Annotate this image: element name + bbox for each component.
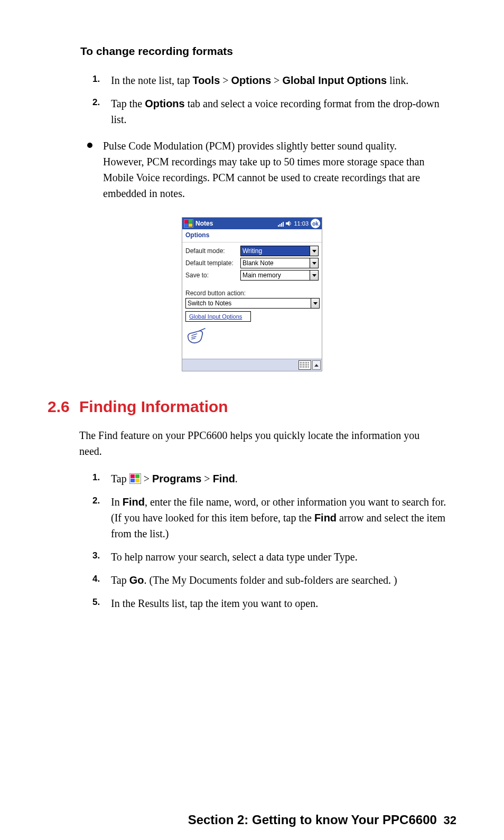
combo-value: Writing <box>241 246 310 256</box>
step-number: 1. <box>92 471 100 484</box>
find-step-4: 4. Tap Go. (The My Documents folder and … <box>92 572 456 588</box>
device-status-icons: 11:03 <box>278 220 309 227</box>
sip-up-icon[interactable] <box>312 360 321 370</box>
step-2: 2. Tap the Options tab and select a voic… <box>92 96 456 127</box>
step-number: 1. <box>92 72 100 86</box>
step-text: Tap the Options tab and select a voice r… <box>111 98 440 125</box>
combo-default-mode[interactable]: Writing <box>240 246 319 256</box>
step-text: Tap > Programs > Find. <box>111 473 238 484</box>
row-default-mode: Default mode: Writing <box>185 246 319 256</box>
step-text: In the note list, tap Tools > Options > … <box>111 74 408 86</box>
chevron-down-icon[interactable] <box>310 270 318 280</box>
section-number: 2.6 <box>48 398 79 416</box>
chevron-down-icon[interactable] <box>310 258 318 268</box>
start-flag-icon <box>129 473 141 484</box>
combo-record-action[interactable]: Switch to Notes <box>185 298 320 309</box>
chevron-down-icon[interactable] <box>310 246 318 256</box>
find-step-5: 5. In the Results list, tap the item you… <box>92 595 456 611</box>
section-heading: 2.6Finding Information <box>48 398 456 416</box>
pointing-hand-icon <box>185 325 208 347</box>
ok-button[interactable]: ok <box>311 219 320 228</box>
step-text: In Find, enter the file name, word, or o… <box>111 496 446 539</box>
keyboard-icon[interactable] <box>298 360 311 370</box>
signal-icon <box>278 221 284 227</box>
windows-flag-icon[interactable] <box>184 219 193 228</box>
combo-value: Main memory <box>241 270 310 280</box>
subsection-heading: To change recording formats <box>80 45 456 58</box>
steps-list-finding: 1. Tap > Programs > Find. 2. In Find, en… <box>92 471 456 611</box>
section-intro: The Find feature on your PPC6600 helps y… <box>79 427 435 459</box>
device-app-title: Notes <box>195 220 213 227</box>
label-default-mode: Default mode: <box>185 247 240 255</box>
footer-text: Section 2: Getting to know Your PPC6600 <box>188 813 437 827</box>
speaker-icon <box>286 220 292 227</box>
step-number: 5. <box>92 595 100 609</box>
find-step-2: 2. In Find, enter the file name, word, o… <box>92 494 456 542</box>
label-record-action: Record button action: <box>185 290 319 297</box>
chevron-down-icon[interactable] <box>311 298 319 308</box>
step-1: 1. In the note list, tap Tools > Options… <box>92 72 456 88</box>
device-clock: 11:03 <box>294 220 309 227</box>
device-bottombar <box>182 359 322 371</box>
step-text: To help narrow your search, select a dat… <box>111 551 358 563</box>
combo-value: Switch to Notes <box>186 298 311 308</box>
find-step-1: 1. Tap > Programs > Find. <box>92 471 456 487</box>
svg-marker-0 <box>286 221 290 226</box>
step-text: Tap Go. (The My Documents folder and sub… <box>111 574 397 586</box>
step-number: 2. <box>92 494 100 508</box>
combo-value: Blank Note <box>241 258 310 268</box>
device-titlebar: Notes 11:03 ok <box>182 218 322 229</box>
global-input-options-link[interactable]: Global Input Options <box>185 311 251 322</box>
step-text: In the Results list, tap the item you wa… <box>111 598 318 609</box>
row-save-to: Save to: Main memory <box>185 270 319 281</box>
bullet-pcm-note: Pulse Code Modulation (PCM) provides sli… <box>87 138 435 201</box>
step-number: 4. <box>92 572 100 586</box>
step-number: 2. <box>92 96 100 109</box>
label-save-to: Save to: <box>185 272 240 279</box>
label-default-template: Default template: <box>185 259 240 267</box>
combo-save-to[interactable]: Main memory <box>240 270 319 281</box>
row-record-action: Record button action: Switch to Notes <box>185 290 319 309</box>
step-number: 3. <box>92 549 100 563</box>
device-screenshot: Notes 11:03 ok Options Default mode: Wri… <box>182 217 322 371</box>
combo-default-template[interactable]: Blank Note <box>240 258 319 268</box>
section-title-text: Finding Information <box>79 398 228 415</box>
page-number: 32 <box>444 814 456 827</box>
steps-list-recording: 1. In the note list, tap Tools > Options… <box>92 72 456 127</box>
writing-area[interactable] <box>182 323 322 359</box>
row-default-template: Default template: Blank Note <box>185 258 319 268</box>
device-form: Default mode: Writing Default template: … <box>182 242 322 323</box>
device-subheader: Options <box>182 229 322 242</box>
find-step-3: 3. To help narrow your search, select a … <box>92 549 456 565</box>
page-footer: Section 2: Getting to know Your PPC6600 … <box>188 813 456 827</box>
